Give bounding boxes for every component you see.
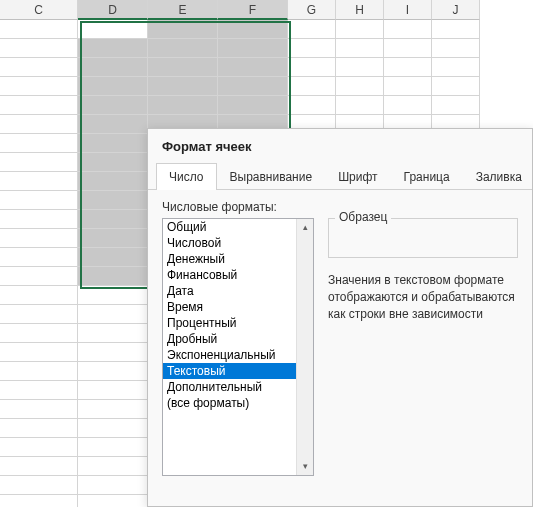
- cell[interactable]: [78, 172, 148, 191]
- cell[interactable]: [78, 438, 148, 457]
- column-header-j[interactable]: J: [432, 0, 480, 20]
- cell[interactable]: [78, 58, 148, 77]
- cell[interactable]: [288, 96, 336, 115]
- format-option[interactable]: (все форматы): [163, 395, 296, 411]
- tab-0[interactable]: Число: [156, 163, 217, 190]
- cell[interactable]: [78, 476, 148, 495]
- cell[interactable]: [78, 210, 148, 229]
- cell[interactable]: [218, 58, 288, 77]
- cell[interactable]: [0, 229, 78, 248]
- cell[interactable]: [0, 305, 78, 324]
- cell[interactable]: [0, 495, 78, 507]
- cell[interactable]: [78, 134, 148, 153]
- cell[interactable]: [0, 248, 78, 267]
- cell[interactable]: [0, 457, 78, 476]
- cell[interactable]: [288, 20, 336, 39]
- cell[interactable]: [78, 153, 148, 172]
- cell[interactable]: [78, 115, 148, 134]
- cell[interactable]: [432, 96, 480, 115]
- scroll-down-icon[interactable]: ▾: [298, 458, 313, 475]
- listbox-scrollbar[interactable]: ▴ ▾: [296, 219, 313, 475]
- cell[interactable]: [78, 362, 148, 381]
- cell[interactable]: [0, 476, 78, 495]
- column-header-h[interactable]: H: [336, 0, 384, 20]
- cell[interactable]: [336, 96, 384, 115]
- column-header-g[interactable]: G: [288, 0, 336, 20]
- column-header-i[interactable]: I: [384, 0, 432, 20]
- cell[interactable]: [78, 305, 148, 324]
- format-option[interactable]: Дата: [163, 283, 296, 299]
- cell[interactable]: [0, 39, 78, 58]
- cell[interactable]: [288, 77, 336, 96]
- cell[interactable]: [78, 381, 148, 400]
- cell[interactable]: [288, 58, 336, 77]
- cell[interactable]: [432, 77, 480, 96]
- scroll-up-icon[interactable]: ▴: [298, 219, 313, 236]
- cell[interactable]: [336, 58, 384, 77]
- cell[interactable]: [384, 20, 432, 39]
- cell[interactable]: [0, 324, 78, 343]
- cell[interactable]: [336, 77, 384, 96]
- cell[interactable]: [0, 115, 78, 134]
- cell[interactable]: [78, 191, 148, 210]
- cell[interactable]: [384, 77, 432, 96]
- format-option[interactable]: Время: [163, 299, 296, 315]
- cell[interactable]: [384, 39, 432, 58]
- cell[interactable]: [78, 343, 148, 362]
- format-option[interactable]: Текстовый: [163, 363, 296, 379]
- column-header-c[interactable]: C: [0, 0, 78, 20]
- format-option[interactable]: Процентный: [163, 315, 296, 331]
- format-option[interactable]: Дополнительный: [163, 379, 296, 395]
- cell[interactable]: [218, 20, 288, 39]
- cell[interactable]: [78, 495, 148, 507]
- cell[interactable]: [78, 286, 148, 305]
- tab-3[interactable]: Граница: [391, 163, 463, 190]
- format-option[interactable]: Числовой: [163, 235, 296, 251]
- cell[interactable]: [336, 20, 384, 39]
- cell[interactable]: [0, 172, 78, 191]
- cell[interactable]: [0, 191, 78, 210]
- cell[interactable]: [432, 58, 480, 77]
- cell[interactable]: [432, 39, 480, 58]
- format-option[interactable]: Денежный: [163, 251, 296, 267]
- cell[interactable]: [0, 77, 78, 96]
- cell[interactable]: [218, 39, 288, 58]
- cell[interactable]: [0, 362, 78, 381]
- column-header-e[interactable]: E: [148, 0, 218, 20]
- cell[interactable]: [78, 324, 148, 343]
- cell[interactable]: [0, 286, 78, 305]
- cell[interactable]: [78, 419, 148, 438]
- column-header-f[interactable]: F: [218, 0, 288, 20]
- format-option[interactable]: Общий: [163, 219, 296, 235]
- tab-4[interactable]: Заливка: [463, 163, 533, 190]
- cell[interactable]: [0, 58, 78, 77]
- cell[interactable]: [148, 96, 218, 115]
- tab-1[interactable]: Выравнивание: [217, 163, 326, 190]
- cell[interactable]: [78, 400, 148, 419]
- column-header-d[interactable]: D: [78, 0, 148, 20]
- tab-2[interactable]: Шрифт: [325, 163, 390, 190]
- cell[interactable]: [148, 39, 218, 58]
- format-option[interactable]: Финансовый: [163, 267, 296, 283]
- cell[interactable]: [0, 134, 78, 153]
- cell[interactable]: [432, 20, 480, 39]
- cell[interactable]: [78, 248, 148, 267]
- cell[interactable]: [218, 77, 288, 96]
- cell[interactable]: [148, 20, 218, 39]
- formats-listbox[interactable]: ОбщийЧисловойДенежныйФинансовыйДатаВремя…: [162, 218, 314, 476]
- cell[interactable]: [0, 153, 78, 172]
- cell[interactable]: [78, 457, 148, 476]
- cell[interactable]: [78, 39, 148, 58]
- cell[interactable]: [384, 96, 432, 115]
- cell[interactable]: [78, 96, 148, 115]
- cell[interactable]: [78, 20, 148, 39]
- cell[interactable]: [0, 419, 78, 438]
- cell[interactable]: [218, 96, 288, 115]
- cell[interactable]: [384, 58, 432, 77]
- cell[interactable]: [0, 20, 78, 39]
- cell[interactable]: [148, 58, 218, 77]
- cell[interactable]: [78, 77, 148, 96]
- cell[interactable]: [288, 39, 336, 58]
- cell[interactable]: [0, 210, 78, 229]
- cell[interactable]: [0, 400, 78, 419]
